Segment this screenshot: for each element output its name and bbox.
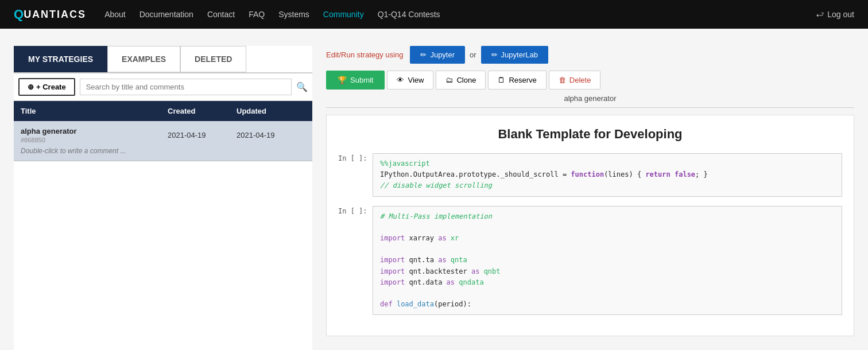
trash-icon: 🗑 [559,76,566,84]
right-panel: Edit/Run strategy using ✏ Jupyter or ✏ J… [312,46,868,350]
table-header: Title Created Updated [14,101,312,121]
search-button[interactable]: 🔍 [296,81,308,92]
jupyterlab-label: JupyterLab [501,50,538,59]
code-keyword: as [438,256,446,264]
left-panel: MY STRATEGIES EXAMPLES DELETED ⊕ + Creat… [14,46,312,350]
col-updated: Updated [237,107,305,115]
code-line: ; } [695,170,708,178]
code-keyword: def [380,300,393,308]
pencil-icon: ✏ [420,50,427,59]
nav-documentation[interactable]: Documentation [140,10,193,19]
code-line: qndata [455,278,484,286]
delete-label: Delete [569,76,591,84]
notebook-area: Blank Template for Developing In [ ]: %%… [326,115,854,336]
search-input[interactable] [80,79,292,95]
logout-icon: ⮐ [816,10,824,19]
code-keyword: import [380,256,405,264]
nav-community[interactable]: Community [323,10,364,19]
code-line: xr [447,234,459,242]
create-button[interactable]: ⊕ + Create [18,78,75,96]
logout-button[interactable]: ⮐ Log out [816,10,854,19]
col-created: Created [168,107,237,115]
search-icon: 🔍 [296,82,308,92]
jupyterlab-button[interactable]: ✏ JupyterLab [481,46,548,64]
clone-label: Clone [456,76,476,84]
clone-button[interactable]: 🗂 Clone [436,71,486,90]
search-bar: ⊕ + Create 🔍 [14,73,312,101]
code-keyword: as [471,267,479,275]
strategy-title: alpha generator [21,127,168,135]
nav-contact[interactable]: Contact [207,10,235,19]
strategy-tabs: MY STRATEGIES EXAMPLES DELETED [14,46,312,73]
code-keyword: import [380,267,405,275]
code-line: qnbt [479,267,500,275]
cell1-code: %%javascript IPython.OutputArea.prototyp… [373,153,842,197]
delete-button[interactable]: 🗑 Delete [549,71,601,90]
strategy-created: 2021-04-19 [168,131,237,139]
col-title: Title [21,107,168,115]
submit-button[interactable]: 🏆 Submit [326,71,385,90]
view-button[interactable]: 👁 View [387,71,433,90]
notebook-cell-2: In [ ]: # Multi-Pass implementation impo… [338,206,842,316]
code-line: qnt.backtester [405,267,471,275]
code-line: qnt.data [405,278,446,286]
pencil2-icon: ✏ [491,50,498,59]
action-buttons: 🏆 Submit 👁 View 🗂 Clone 🗒 Reserve 🗑 Dele… [326,71,854,90]
reserve-icon: 🗒 [498,76,505,84]
code-line: (period): [434,300,471,308]
code-line: %%javascript [380,160,430,168]
brand-rest: UANTIACS [24,9,86,21]
or-label: or [470,50,476,59]
logout-label: Log out [827,10,854,19]
tab-my-strategies[interactable]: MY STRATEGIES [14,46,107,72]
clone-icon: 🗂 [445,76,453,84]
brand-q: Q [14,7,24,22]
notebook-title: Blank Template for Developing [338,127,842,142]
main-container: MY STRATEGIES EXAMPLES DELETED ⊕ + Creat… [0,46,868,350]
divider [326,107,854,108]
strategy-updated: 2021-04-19 [237,131,305,139]
nav-contests[interactable]: Q1-Q14 Contests [378,10,440,19]
strategy-comment: Double-click to write a comment ... [21,147,305,155]
code-comment: // disable widget scrolling [380,181,492,189]
nav-systems[interactable]: Systems [278,10,309,19]
nav-links: About Documentation Contact FAQ Systems … [104,10,816,19]
code-line: IPython.OutputArea.prototype._should_scr… [380,170,571,178]
code-keyword: return false [645,170,695,178]
code-line: xarray [405,234,438,242]
strategy-info: alpha generator #868850 [21,127,168,143]
plus-icon: ⊕ [28,83,34,91]
navbar: Q UANTIACS About Documentation Contact F… [0,0,868,29]
strategy-row[interactable]: alpha generator #868850 2021-04-19 2021-… [14,121,312,161]
create-label: + Create [36,83,66,91]
code-keyword: function [571,170,604,178]
cell1-label: In [ ]: [338,153,373,162]
jupyter-button[interactable]: ✏ Jupyter [410,46,465,64]
jupyter-action-bar: Edit/Run strategy using ✏ Jupyter or ✏ J… [326,46,854,64]
strategy-name-label: alpha generator [326,94,854,103]
view-label: View [408,76,424,84]
reserve-label: Reserve [509,76,536,84]
reserve-button[interactable]: 🗒 Reserve [488,71,546,90]
code-keyword: import [380,278,405,286]
code-keyword: as [438,234,446,242]
code-line: qnt.ta [405,256,438,264]
edit-run-label: Edit/Run strategy using [326,50,403,59]
eye-icon: 👁 [397,76,404,84]
code-line: load_data [393,300,434,308]
code-keyword: as [447,278,455,286]
code-comment: # Multi-Pass implementation [380,212,492,220]
code-keyword: import [380,234,405,242]
notebook-cell-1: In [ ]: %%javascript IPython.OutputArea.… [338,153,842,197]
submit-label: Submit [350,76,373,84]
tab-deleted[interactable]: DELETED [180,46,246,72]
nav-faq[interactable]: FAQ [249,10,265,19]
strategy-id: #868850 [21,137,168,143]
brand: Q UANTIACS [14,7,86,22]
code-line: (lines) { [604,170,645,178]
nav-about[interactable]: About [104,10,126,19]
code-line: qnta [447,256,467,264]
jupyter-label: Jupyter [430,50,455,59]
cell2-label: In [ ]: [338,206,373,215]
tab-examples[interactable]: EXAMPLES [107,46,180,72]
